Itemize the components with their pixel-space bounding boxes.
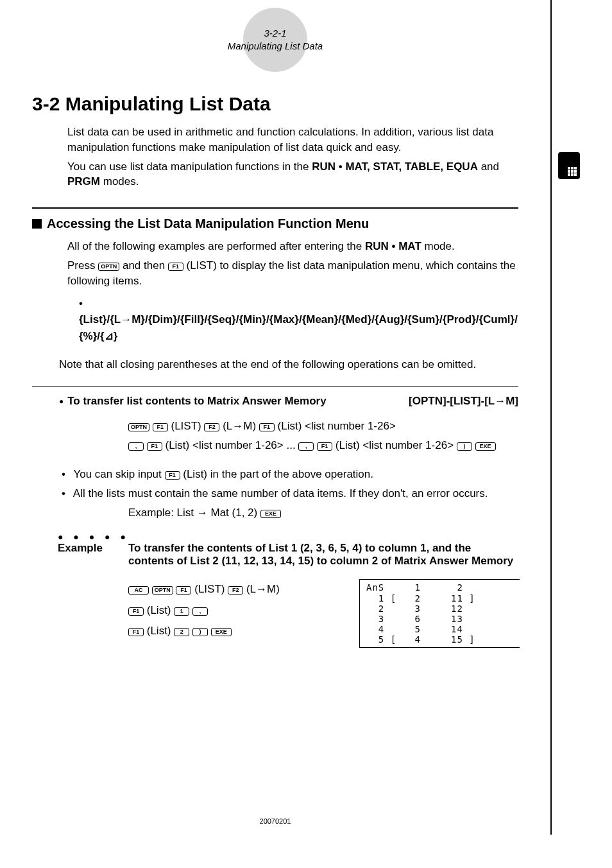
menu-items-list: • {List}/{L→M}/{Dim}/{Fill}/{Seq}/{Min}/…	[79, 295, 518, 345]
closing-note: Note that all closing parentheses at the…	[59, 357, 518, 372]
close-key: )	[192, 628, 208, 636]
example-label: Example	[58, 542, 109, 568]
section-heading: Accessing the List Data Manipulation Fun…	[32, 216, 518, 231]
comma-key: ,	[128, 442, 144, 451]
ac-key: AC	[128, 586, 149, 595]
f1-key: F1	[128, 628, 144, 636]
f1-key: F1	[168, 263, 183, 271]
one-key: 1	[174, 607, 189, 616]
subsection-title: To transfer list contents to Matrix Answ…	[59, 395, 327, 408]
exe-key: EXE	[211, 628, 232, 636]
section-p2: Press OPTN and then F1 (LIST) to display…	[67, 258, 518, 289]
example-text: To transfer the contents of List 1 (2, 3…	[128, 542, 518, 568]
comma-key: ,	[192, 607, 208, 616]
calculator-icon	[558, 152, 580, 179]
f1-key: F1	[259, 423, 275, 431]
note-item: You can skip input F1 (List) in the part…	[71, 467, 518, 482]
f1-key: F1	[317, 442, 332, 451]
divider	[32, 386, 518, 387]
exe-key: EXE	[260, 510, 281, 518]
two-key: 2	[174, 628, 189, 636]
section-p1: All of the following examples are perfor…	[67, 239, 518, 254]
example-dots: ● ● ● ● ●	[58, 532, 518, 542]
close-key: )	[457, 442, 472, 451]
f1-key: F1	[153, 423, 168, 431]
divider	[32, 207, 518, 209]
f1-key: F1	[176, 586, 191, 595]
footer-date: 20070201	[0, 817, 550, 825]
intro-p1: List data can be used in arithmetic and …	[67, 125, 518, 155]
calculator-screen: AnS 1 2 1 [ 2 11 ] 2 3 12 3 6 13 4 5 14 …	[359, 579, 520, 648]
page-header: 3-2-1 Manipulating List Data	[32, 13, 518, 64]
f2-key: F2	[228, 586, 243, 595]
header-num: 3-2-1	[32, 27, 518, 40]
f1-key: F1	[147, 442, 162, 451]
procedure: OPTN F1 (LIST) F2 (L→M) F1 (List) <list …	[128, 417, 518, 456]
exe-key: EXE	[475, 442, 496, 451]
intro-p2: You can use list data manipulation funct…	[67, 159, 518, 190]
note-item: All the lists must contain the same numb…	[71, 486, 518, 521]
comma-key: ,	[298, 442, 314, 451]
chapter-title: 3-2 Manipulating List Data	[32, 93, 518, 115]
optn-key: OPTN	[128, 423, 149, 431]
header-title: Manipulating List Data	[32, 40, 518, 53]
f2-key: F2	[204, 423, 219, 431]
f1-key: F1	[165, 471, 180, 480]
f1-key: F1	[128, 607, 144, 616]
optn-key: OPTN	[152, 586, 173, 595]
optn-key: OPTN	[98, 263, 119, 271]
subsection-path: [OPTN]-[LIST]-[L→M]	[409, 395, 518, 408]
